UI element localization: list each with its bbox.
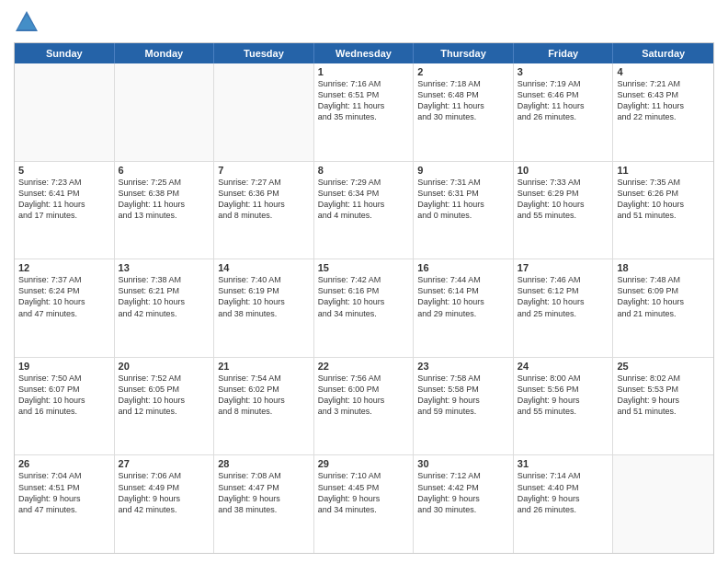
logo-icon (14, 9, 40, 35)
day-cell-5: 5Sunrise: 7:23 AM Sunset: 6:41 PM Daylig… (15, 162, 115, 259)
day-info: Sunrise: 7:44 AM Sunset: 6:14 PM Dayligh… (417, 274, 509, 319)
day-number: 17 (518, 262, 609, 273)
day-cell-25: 25Sunrise: 8:02 AM Sunset: 5:53 PM Dayli… (613, 358, 713, 455)
day-info: Sunrise: 7:40 AM Sunset: 6:19 PM Dayligh… (218, 274, 310, 319)
day-number: 2 (417, 66, 509, 77)
day-cell-29: 29Sunrise: 7:10 AM Sunset: 4:45 PM Dayli… (314, 455, 415, 553)
day-info: Sunrise: 7:19 AM Sunset: 6:46 PM Dayligh… (518, 78, 609, 123)
day-info: Sunrise: 7:42 AM Sunset: 6:16 PM Dayligh… (318, 274, 410, 319)
day-number: 7 (218, 165, 310, 176)
header-day-friday: Friday (514, 43, 614, 63)
calendar-row-1: 1Sunrise: 7:16 AM Sunset: 6:51 PM Daylig… (15, 63, 713, 162)
calendar-row-3: 12Sunrise: 7:37 AM Sunset: 6:24 PM Dayli… (15, 259, 713, 358)
day-number: 14 (218, 262, 310, 273)
day-number: 4 (617, 66, 710, 77)
day-info: Sunrise: 7:27 AM Sunset: 6:36 PM Dayligh… (218, 177, 310, 222)
day-number: 30 (417, 458, 509, 469)
day-info: Sunrise: 7:37 AM Sunset: 6:24 PM Dayligh… (18, 274, 110, 319)
header-day-saturday: Saturday (613, 43, 713, 63)
day-number: 8 (318, 165, 410, 176)
day-info: Sunrise: 7:23 AM Sunset: 6:41 PM Dayligh… (18, 177, 110, 222)
day-number: 13 (119, 262, 210, 273)
day-number: 11 (617, 165, 710, 176)
day-cell-10: 10Sunrise: 7:33 AM Sunset: 6:29 PM Dayli… (514, 162, 614, 259)
day-number: 20 (119, 361, 210, 372)
day-info: Sunrise: 7:08 AM Sunset: 4:47 PM Dayligh… (218, 470, 310, 515)
header-day-sunday: Sunday (15, 43, 115, 63)
day-info: Sunrise: 7:38 AM Sunset: 6:21 PM Dayligh… (119, 274, 210, 319)
logo (14, 9, 43, 35)
day-number: 27 (119, 458, 210, 469)
day-cell-27: 27Sunrise: 7:06 AM Sunset: 4:49 PM Dayli… (115, 455, 215, 553)
day-number: 26 (18, 458, 110, 469)
day-number: 23 (417, 361, 509, 372)
day-cell-21: 21Sunrise: 7:54 AM Sunset: 6:02 PM Dayli… (214, 358, 314, 455)
day-info: Sunrise: 7:52 AM Sunset: 6:05 PM Dayligh… (119, 373, 210, 418)
day-cell-8: 8Sunrise: 7:29 AM Sunset: 6:34 PM Daylig… (314, 162, 415, 259)
day-number: 15 (318, 262, 410, 273)
day-number: 18 (617, 262, 710, 273)
day-cell-24: 24Sunrise: 8:00 AM Sunset: 5:56 PM Dayli… (514, 358, 614, 455)
day-cell-15: 15Sunrise: 7:42 AM Sunset: 6:16 PM Dayli… (314, 259, 415, 357)
day-number: 25 (617, 361, 710, 372)
day-number: 29 (318, 458, 410, 469)
day-info: Sunrise: 7:12 AM Sunset: 4:42 PM Dayligh… (417, 470, 509, 515)
day-info: Sunrise: 7:18 AM Sunset: 6:48 PM Dayligh… (417, 78, 509, 123)
day-cell-17: 17Sunrise: 7:46 AM Sunset: 6:12 PM Dayli… (514, 259, 614, 357)
day-info: Sunrise: 7:14 AM Sunset: 4:40 PM Dayligh… (518, 470, 609, 515)
day-info: Sunrise: 7:10 AM Sunset: 4:45 PM Dayligh… (318, 470, 410, 515)
day-info: Sunrise: 8:00 AM Sunset: 5:56 PM Dayligh… (518, 373, 609, 418)
day-info: Sunrise: 7:06 AM Sunset: 4:49 PM Dayligh… (119, 470, 210, 515)
day-info: Sunrise: 7:58 AM Sunset: 5:58 PM Dayligh… (417, 373, 509, 418)
empty-cell (115, 63, 215, 161)
day-cell-13: 13Sunrise: 7:38 AM Sunset: 6:21 PM Dayli… (115, 259, 215, 357)
day-cell-26: 26Sunrise: 7:04 AM Sunset: 4:51 PM Dayli… (15, 455, 115, 553)
day-cell-11: 11Sunrise: 7:35 AM Sunset: 6:26 PM Dayli… (613, 162, 713, 259)
day-cell-28: 28Sunrise: 7:08 AM Sunset: 4:47 PM Dayli… (214, 455, 314, 553)
day-info: Sunrise: 7:33 AM Sunset: 6:29 PM Dayligh… (518, 177, 609, 222)
day-info: Sunrise: 7:29 AM Sunset: 6:34 PM Dayligh… (318, 177, 410, 222)
day-info: Sunrise: 7:21 AM Sunset: 6:43 PM Dayligh… (617, 78, 710, 123)
day-info: Sunrise: 7:25 AM Sunset: 6:38 PM Dayligh… (119, 177, 210, 222)
header (14, 9, 714, 35)
day-cell-12: 12Sunrise: 7:37 AM Sunset: 6:24 PM Dayli… (15, 259, 115, 357)
day-cell-3: 3Sunrise: 7:19 AM Sunset: 6:46 PM Daylig… (514, 63, 614, 161)
day-cell-6: 6Sunrise: 7:25 AM Sunset: 6:38 PM Daylig… (115, 162, 215, 259)
day-info: Sunrise: 7:35 AM Sunset: 6:26 PM Dayligh… (617, 177, 710, 222)
day-cell-2: 2Sunrise: 7:18 AM Sunset: 6:48 PM Daylig… (414, 63, 514, 161)
day-number: 6 (119, 165, 210, 176)
day-cell-31: 31Sunrise: 7:14 AM Sunset: 4:40 PM Dayli… (514, 455, 614, 553)
day-info: Sunrise: 7:04 AM Sunset: 4:51 PM Dayligh… (18, 470, 110, 515)
page: SundayMondayTuesdayWednesdayThursdayFrid… (0, 0, 728, 563)
day-info: Sunrise: 7:50 AM Sunset: 6:07 PM Dayligh… (18, 373, 110, 418)
day-info: Sunrise: 7:31 AM Sunset: 6:31 PM Dayligh… (417, 177, 509, 222)
day-cell-30: 30Sunrise: 7:12 AM Sunset: 4:42 PM Dayli… (414, 455, 514, 553)
day-cell-23: 23Sunrise: 7:58 AM Sunset: 5:58 PM Dayli… (414, 358, 514, 455)
day-cell-19: 19Sunrise: 7:50 AM Sunset: 6:07 PM Dayli… (15, 358, 115, 455)
day-number: 1 (318, 66, 410, 77)
day-number: 31 (518, 458, 609, 469)
day-number: 22 (318, 361, 410, 372)
day-number: 9 (417, 165, 509, 176)
calendar-row-5: 26Sunrise: 7:04 AM Sunset: 4:51 PM Dayli… (15, 455, 713, 553)
day-info: Sunrise: 7:56 AM Sunset: 6:00 PM Dayligh… (318, 373, 410, 418)
header-day-tuesday: Tuesday (214, 43, 314, 63)
day-number: 24 (518, 361, 609, 372)
svg-marker-1 (17, 15, 36, 29)
day-cell-4: 4Sunrise: 7:21 AM Sunset: 6:43 PM Daylig… (613, 63, 713, 161)
empty-cell (15, 63, 115, 161)
calendar-body: 1Sunrise: 7:16 AM Sunset: 6:51 PM Daylig… (15, 63, 713, 553)
calendar-row-4: 19Sunrise: 7:50 AM Sunset: 6:07 PM Dayli… (15, 358, 713, 456)
day-number: 21 (218, 361, 310, 372)
header-day-thursday: Thursday (414, 43, 514, 63)
day-number: 16 (417, 262, 509, 273)
day-cell-7: 7Sunrise: 7:27 AM Sunset: 6:36 PM Daylig… (214, 162, 314, 259)
empty-cell (613, 455, 713, 553)
day-cell-18: 18Sunrise: 7:48 AM Sunset: 6:09 PM Dayli… (613, 259, 713, 357)
calendar-row-2: 5Sunrise: 7:23 AM Sunset: 6:41 PM Daylig… (15, 162, 713, 260)
day-cell-20: 20Sunrise: 7:52 AM Sunset: 6:05 PM Dayli… (115, 358, 215, 455)
day-cell-22: 22Sunrise: 7:56 AM Sunset: 6:00 PM Dayli… (314, 358, 415, 455)
day-number: 19 (18, 361, 110, 372)
day-number: 28 (218, 458, 310, 469)
day-number: 3 (518, 66, 609, 77)
